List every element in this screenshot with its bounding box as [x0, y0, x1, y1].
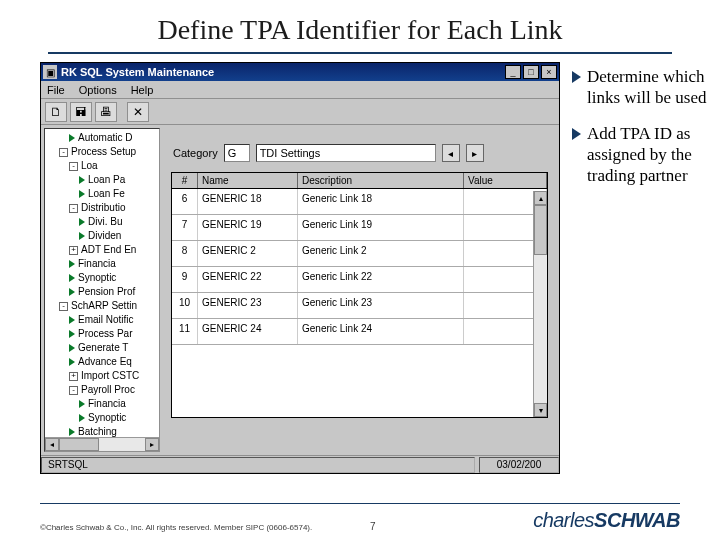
category-prev[interactable]: ◂ [442, 144, 460, 162]
category-next[interactable]: ▸ [466, 144, 484, 162]
toolbar-btn-2[interactable]: 🖬 [70, 102, 92, 122]
table-row[interactable]: 7GENERIC 19Generic Link 19 [172, 215, 547, 241]
tree-label: Email Notific [78, 313, 134, 327]
cell: 6 [172, 189, 198, 214]
cell: Generic Link 22 [298, 267, 464, 292]
statusbar: SRTSQL 03/02/200 [41, 455, 559, 473]
table-row[interactable]: 9GENERIC 22Generic Link 22 [172, 267, 547, 293]
cell: 7 [172, 215, 198, 240]
tree-label: Loan Fe [88, 187, 125, 201]
cell: 8 [172, 241, 198, 266]
cell: Generic Link 24 [298, 319, 464, 344]
window-title: RK SQL System Maintenance [61, 66, 503, 78]
titlebar: ▣ RK SQL System Maintenance _ □ × [41, 63, 559, 81]
tree-node[interactable]: Loan Pa [49, 173, 157, 187]
leaf-icon [69, 358, 75, 366]
bullet-text: Determine which links will be used [587, 66, 708, 109]
maximize-button[interactable]: □ [523, 65, 539, 79]
table-row[interactable]: 10GENERIC 23Generic Link 23 [172, 293, 547, 319]
bullet-list: Determine which links will be used Add T… [572, 62, 708, 474]
tree-node[interactable]: Loan Fe [49, 187, 157, 201]
menu-help[interactable]: Help [131, 84, 154, 96]
tree-label: Divi. Bu [88, 215, 122, 229]
collapse-icon[interactable]: - [59, 302, 68, 311]
leaf-icon [79, 414, 85, 422]
tree-node[interactable]: Generate T [49, 341, 157, 355]
toolbar-btn-1[interactable]: 🗋 [45, 102, 67, 122]
status-left: SRTSQL [41, 457, 475, 473]
tree-node[interactable]: -SchARP Settin [49, 299, 157, 313]
cell: GENERIC 23 [198, 293, 298, 318]
toolbar-btn-3[interactable]: 🖶 [95, 102, 117, 122]
toolbar: 🗋 🖬 🖶 ✕ [41, 99, 559, 125]
table-row[interactable]: 8GENERIC 2Generic Link 2 [172, 241, 547, 267]
tree-node[interactable]: -Process Setup [49, 145, 157, 159]
cell: GENERIC 2 [198, 241, 298, 266]
col-name: Name [198, 173, 298, 188]
collapse-icon[interactable]: - [69, 386, 78, 395]
leaf-icon [69, 134, 75, 142]
tree-label: Import CSTC [81, 369, 139, 383]
tree-node[interactable]: Divi. Bu [49, 215, 157, 229]
tree-scroll-thumb[interactable] [59, 438, 99, 451]
tree-node[interactable]: Synoptic [49, 411, 157, 425]
col-num: # [172, 173, 198, 188]
tree-node[interactable]: Dividen [49, 229, 157, 243]
collapse-icon[interactable]: - [59, 148, 68, 157]
expand-icon[interactable]: + [69, 372, 78, 381]
close-button[interactable]: × [541, 65, 557, 79]
tree-node[interactable]: Automatic D [49, 131, 157, 145]
tree-scroll-right[interactable]: ▸ [145, 438, 159, 451]
tree-node[interactable]: Financia [49, 397, 157, 411]
tree-node[interactable]: Financia [49, 257, 157, 271]
grid-vscroll[interactable]: ▴ ▾ [533, 191, 547, 417]
tree-hscroll[interactable]: ◂ ▸ [45, 437, 159, 451]
grid-scroll-down[interactable]: ▾ [534, 403, 547, 417]
expand-icon[interactable]: + [69, 246, 78, 255]
tree-scroll-left[interactable]: ◂ [45, 438, 59, 451]
tree-node[interactable]: -Payroll Proc [49, 383, 157, 397]
tree-label: Advance Eq [78, 355, 132, 369]
category-code[interactable]: G [224, 144, 250, 162]
tree-node[interactable]: +ADT End En [49, 243, 157, 257]
tree-label: ADT End En [81, 243, 136, 257]
table-row[interactable]: 6GENERIC 18Generic Link 18 [172, 189, 547, 215]
tree-panel[interactable]: Automatic D-Process Setup-LoaLoan PaLoan… [44, 128, 160, 452]
tree-node[interactable]: Email Notific [49, 313, 157, 327]
cell: Generic Link 19 [298, 215, 464, 240]
tree-label: SchARP Settin [71, 299, 137, 313]
tree-label: Generate T [78, 341, 128, 355]
cell: 9 [172, 267, 198, 292]
tree-node[interactable]: -Distributio [49, 201, 157, 215]
tree-label: Process Par [78, 327, 132, 341]
tree-node[interactable]: -Loa [49, 159, 157, 173]
bullet-arrow-icon [572, 71, 581, 83]
settings-grid: # Name Description Value 6GENERIC 18Gene… [171, 172, 548, 418]
title-rule [48, 52, 672, 54]
tree-node[interactable]: Advance Eq [49, 355, 157, 369]
collapse-icon[interactable]: - [69, 162, 78, 171]
tree-node[interactable]: Process Par [49, 327, 157, 341]
leaf-icon [69, 288, 75, 296]
footer-rule [40, 503, 680, 504]
collapse-icon[interactable]: - [69, 204, 78, 213]
grid-scroll-thumb[interactable] [534, 205, 547, 255]
tree-label: Dividen [88, 229, 121, 243]
app-icon: ▣ [43, 65, 57, 79]
toolbar-btn-4[interactable]: ✕ [127, 102, 149, 122]
tree-node[interactable]: Synoptic [49, 271, 157, 285]
main-panel: Category G TDI Settings ◂ ▸ # Name Descr… [163, 128, 556, 452]
menu-options[interactable]: Options [79, 84, 117, 96]
col-desc: Description [298, 173, 464, 188]
tree-node[interactable]: +Import CSTC [49, 369, 157, 383]
tree-label: Automatic D [78, 131, 132, 145]
menu-file[interactable]: File [47, 84, 65, 96]
tree-label: Synoptic [88, 411, 126, 425]
cell: 10 [172, 293, 198, 318]
grid-scroll-up[interactable]: ▴ [534, 191, 547, 205]
table-row[interactable]: 11GENERIC 24Generic Link 24 [172, 319, 547, 345]
tree-node[interactable]: Pension Prof [49, 285, 157, 299]
tree-label: Financia [78, 257, 116, 271]
minimize-button[interactable]: _ [505, 65, 521, 79]
leaf-icon [69, 428, 75, 436]
